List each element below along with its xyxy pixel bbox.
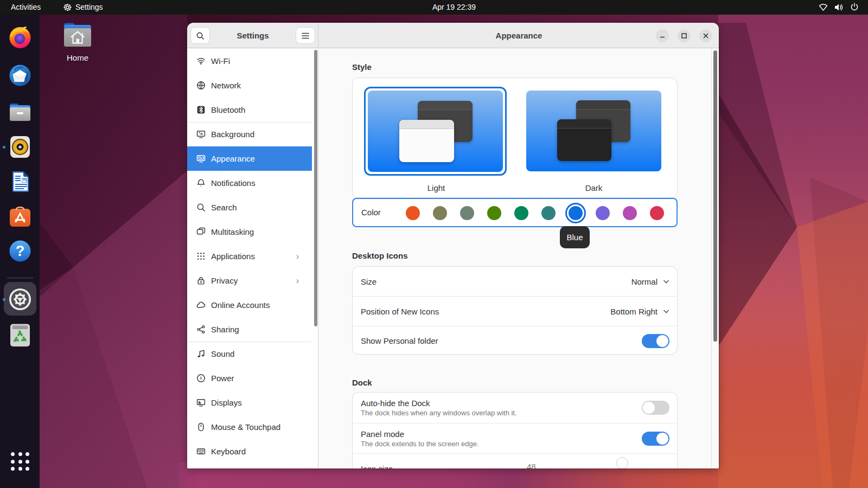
svg-text:?: ? [16, 243, 25, 259]
